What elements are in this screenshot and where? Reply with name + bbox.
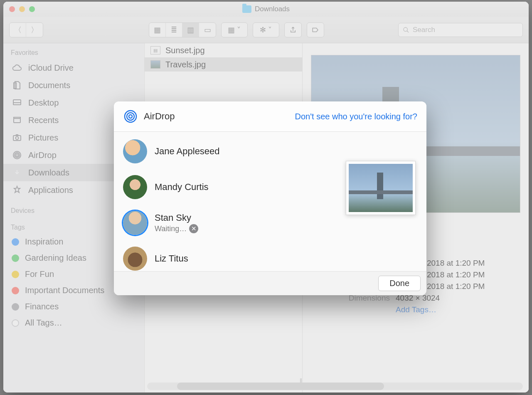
done-button[interactable]: Done: [378, 276, 421, 291]
sheet-body: Jane Appleseed Mandy Curtis Stan Sky Wai…: [114, 132, 426, 271]
svg-point-10: [129, 115, 132, 118]
contact-name: Liz Titus: [155, 253, 188, 264]
airdrop-icon: [123, 109, 138, 124]
sheet-header: AirDrop Don't see who you're looking for…: [114, 101, 426, 132]
svg-point-11: [127, 113, 134, 120]
sheet-file-preview: [346, 161, 416, 215]
avatar: [123, 247, 147, 271]
avatar: [123, 211, 147, 235]
finder-window: Downloads 〈 〉 ▦ ≣ ▥ ▭ ▦ ˅ ✻ ˅: [3, 2, 529, 393]
airdrop-sheet: AirDrop Don't see who you're looking for…: [114, 101, 426, 295]
airdrop-contact[interactable]: Liz Titus: [114, 241, 426, 271]
contact-name: Stan Sky: [155, 212, 198, 223]
cancel-send-button[interactable]: ✕: [189, 224, 198, 233]
sheet-footer: Done: [114, 271, 426, 295]
contact-name: Jane Appleseed: [155, 146, 220, 157]
avatar: [123, 139, 147, 163]
sheet-title: AirDrop: [123, 109, 175, 124]
avatar: [123, 175, 147, 199]
contact-name: Mandy Curtis: [155, 182, 209, 193]
contact-status: Waiting…: [155, 225, 187, 233]
airdrop-help-link[interactable]: Don't see who you're looking for?: [295, 112, 417, 121]
sheet-title-text: AirDrop: [144, 111, 175, 122]
